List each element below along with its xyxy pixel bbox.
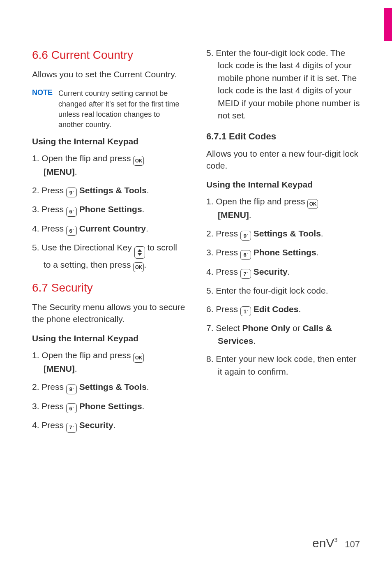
period: . [142,401,145,411]
section-6-7-1-intro: Allows you to enter a new four-digit loc… [206,148,360,172]
phone-settings-label: Phone Settings [79,204,142,214]
key-sup: ′ [73,388,74,391]
key-sup: ˆ [247,253,248,257]
settings-tools-label: Settings & Tools [254,229,321,238]
step-1: 1. Open the flip and press OK [MENU]. [32,349,186,375]
section-6-7-heading: 6.7 Security [32,281,186,294]
step-1: 1. Open the flip and press OK [MENU]. [206,195,360,221]
step-4: 4. Press 7ˆ Security. [206,266,360,279]
step-text: 1. Open the flip and press [32,153,133,163]
edit-codes-label: Edit Codes [254,304,299,314]
period: . [298,304,301,314]
key-9-icon: 9′ [240,231,251,241]
logo-text: enV [312,536,334,550]
step-3: 3. Press 6ˆ Phone Settings. [32,203,186,217]
step-3: 3. Press 6ˆ Phone Settings. [206,246,360,260]
page-number: 107 [345,539,360,550]
key-6-icon: 6ˆ [66,226,77,236]
ok-key-icon: OK [133,156,144,166]
key-6-icon: 6ˆ [66,403,77,413]
key-7-icon: 7ˆ [240,269,251,279]
step-text: 3. Press [206,248,240,257]
step-text: 6. Press [206,304,240,314]
keypad-heading: Using the Internal Keypad [206,180,360,190]
key-sup: ˆ [247,272,248,276]
key-sup: ˆ [73,407,74,410]
step-5: 5. Enter the four-digit lock code. [206,285,360,297]
key-9-icon: 9′ [66,188,77,197]
logo-superscript: 3 [334,537,337,543]
step-text: 3. Press [32,204,66,214]
key-1-icon: 1′ [240,306,251,316]
step-text: 4. Press [32,420,66,430]
key-sup: ˆ [73,210,74,213]
step-5: 5. Enter the four-digit lock code. The l… [206,47,360,122]
key-label: 7 [243,271,246,277]
key-label: 6 [243,252,246,257]
step-4: 4. Press 6ˆ Current Country. [32,222,186,236]
section-6-6-heading: 6.6 Current Country [32,49,186,62]
step-3: 3. Press 6ˆ Phone Settings. [32,400,186,414]
section-tab [384,8,392,41]
right-column: 5. Enter the four-digit lock code. The l… [206,45,360,438]
note-label: NOTE [32,88,53,130]
section-6-6-intro: Allows you to set the Current Country. [32,68,186,80]
period: . [249,210,251,220]
period: . [147,382,149,391]
key-sup: ˆ [73,229,74,232]
period: . [146,224,148,233]
period: . [316,248,319,257]
step-text: 4. Press [32,224,66,233]
security-label: Security [79,420,113,430]
page-content: 6.6 Current Country Allows you to set th… [0,0,392,438]
step-text: 4. Press [206,267,240,276]
phone-settings-label: Phone Settings [254,248,316,257]
step-4: 4. Press 7ˆ Security. [32,419,186,433]
note-body: Current country setting cannot be change… [58,88,186,130]
step-text: 2. Press [32,185,66,195]
period: . [288,267,290,276]
menu-label: [MENU] [218,210,249,220]
menu-label: [MENU] [44,167,75,176]
key-7-icon: 7ˆ [66,423,77,433]
key-label: 6 [69,209,72,214]
directional-key-icon [134,246,145,259]
step-7: 7. Select Phone Only or Calls & Services… [206,322,360,347]
section-6-7-intro: The Security menu allows you to secure t… [32,301,186,325]
step-2: 2. Press 9′ Settings & Tools. [206,227,360,241]
step-text: 7. Select [206,323,242,333]
key-6-icon: 6ˆ [66,207,77,217]
step-8: 8. Enter your new lock code, then enter … [206,353,360,378]
key-label: 6 [69,406,72,411]
period: . [113,420,116,430]
period: . [147,185,149,195]
settings-tools-label: Settings & Tools [79,382,147,391]
step-text: or [293,323,303,333]
step-text: 1. Open the flip and press [32,350,133,360]
step-2: 2. Press 9′ Settings & Tools. [32,381,186,394]
ok-key-icon: OK [133,353,144,363]
key-label: 9 [69,190,72,195]
key-sup: ′ [73,191,74,194]
step-6: 6. Press 1′ Edit Codes. [206,303,360,317]
period: . [144,260,146,269]
key-label: 6 [69,228,72,234]
period: . [75,364,77,373]
section-6-7-1-heading: 6.7.1 Edit Codes [206,131,360,142]
brand-logo: enV3 [312,536,337,550]
key-label: 1 [244,309,247,314]
step-text: 2. Press [206,229,240,238]
key-sup: ′ [247,234,248,237]
key-sup: ˆ [73,426,74,429]
left-column: 6.6 Current Country Allows you to set th… [32,45,186,438]
menu-label: [MENU] [44,364,75,373]
period: . [142,204,145,214]
security-label: Security [254,267,288,276]
key-sup: ′ [247,310,248,313]
key-label: 9 [69,387,72,392]
step-5: 5. Use the Directional Key to scroll to … [32,241,186,272]
note-block: NOTE Current country setting cannot be c… [32,88,186,130]
page-footer: enV3 107 [312,536,360,550]
ok-key-icon: OK [133,262,144,272]
step-text: 1. Open the flip and press [206,197,307,206]
